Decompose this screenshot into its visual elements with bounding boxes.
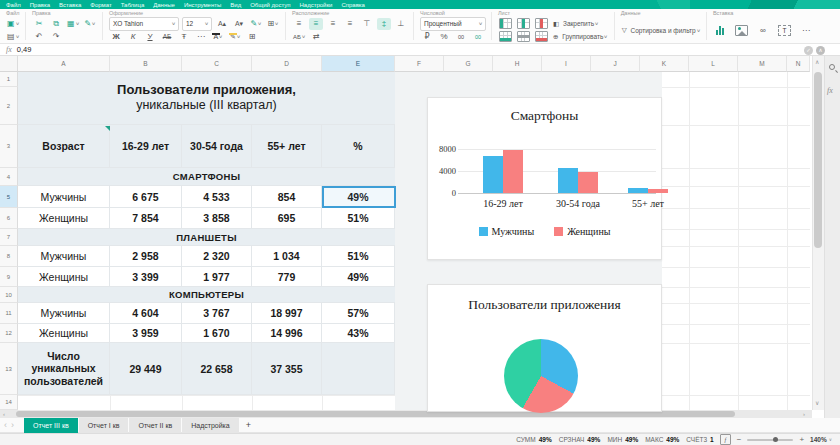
text-color-button[interactable]: А∨ xyxy=(211,31,225,43)
zoom-level[interactable]: 140%∨ xyxy=(810,436,832,443)
menu-item[interactable]: Файл xyxy=(6,2,21,8)
section-header[interactable]: КОМПЬЮТЕРЫ xyxy=(18,287,395,303)
indent-button[interactable]: ⇄ xyxy=(309,31,323,43)
data-cell[interactable]: 7 854 xyxy=(110,208,182,229)
scroll-right-icon[interactable]: › xyxy=(803,411,805,417)
scroll-down-icon[interactable]: ∨ xyxy=(815,399,819,406)
row-header-7[interactable]: 7 xyxy=(0,229,18,246)
zoom-slider-knob[interactable] xyxy=(773,437,778,442)
column-header-N[interactable]: N xyxy=(787,56,810,72)
data-cell[interactable]: 3 399 xyxy=(110,267,182,287)
borders-button[interactable]: ⊞∨ xyxy=(266,18,280,30)
data-cell[interactable]: Мужчины xyxy=(18,303,110,324)
row-header-1[interactable]: 1 xyxy=(0,72,18,87)
row-header-11[interactable]: 11 xyxy=(0,303,18,324)
sheet-tab-Отчет I кв[interactable]: Отчет I кв xyxy=(79,418,129,433)
data-cell[interactable]: 18 997 xyxy=(252,303,322,324)
column-header-H[interactable]: H xyxy=(493,56,542,72)
data-cell[interactable]: 4 604 xyxy=(110,303,182,324)
font-size-select[interactable]: 12∨ xyxy=(182,17,212,31)
decrease-decimal-button[interactable]: 00 xyxy=(454,31,468,43)
search-icon[interactable] xyxy=(829,64,835,70)
data-cell[interactable]: 4 533 xyxy=(182,186,252,208)
percent-format-button[interactable]: % xyxy=(437,31,451,43)
data-cell[interactable]: 1 034 xyxy=(252,246,322,267)
function-panel-icon[interactable]: fx xyxy=(827,86,833,95)
column-header-B[interactable]: B xyxy=(110,56,182,72)
increase-decimal-button[interactable]: 00 xyxy=(471,31,485,43)
row-header-14[interactable]: 14 xyxy=(0,395,18,410)
menu-item[interactable]: Вставка xyxy=(59,2,81,8)
insert-textbox-button[interactable]: Т xyxy=(777,24,792,36)
row-header-4[interactable]: 4 xyxy=(0,168,18,186)
sheet-tab-Отчет III кв[interactable]: Отчет III кв xyxy=(24,418,78,433)
increase-font-button[interactable]: A▴ xyxy=(215,18,229,30)
total-cell[interactable] xyxy=(322,343,395,395)
menu-item[interactable]: Вид xyxy=(230,2,241,8)
data-cell[interactable]: 1 670 xyxy=(182,324,252,343)
column-header-I[interactable]: I xyxy=(542,56,591,72)
bar-chart-object[interactable]: Смартфоны 80004000016-29 лет30-54 года55… xyxy=(427,97,662,260)
data-cell[interactable]: 3 767 xyxy=(182,303,252,324)
column-header-C[interactable]: C xyxy=(182,56,252,72)
total-cell[interactable]: 37 355 xyxy=(252,343,322,395)
underline-button[interactable]: У xyxy=(143,31,157,43)
data-cell[interactable]: Мужчины xyxy=(18,246,110,267)
zoom-slider[interactable] xyxy=(747,439,793,441)
print-button[interactable]: ▤∨ xyxy=(6,31,20,43)
menu-item[interactable]: Формат xyxy=(90,2,111,8)
data-cell[interactable]: 14 996 xyxy=(252,324,322,343)
column-header-K[interactable]: K xyxy=(640,56,689,72)
data-cell[interactable]: 2 958 xyxy=(110,246,182,267)
data-cell[interactable]: 3 858 xyxy=(182,208,252,229)
bold-button[interactable]: Ж xyxy=(109,31,123,43)
data-cell[interactable]: Женщины xyxy=(18,208,110,229)
insert-column-left-button[interactable] xyxy=(498,18,513,30)
insert-more-button[interactable]: ⋯ xyxy=(799,24,813,36)
wrap-text-button[interactable]: АБ∨ xyxy=(292,31,306,43)
sheet-tab-Отчет II кв[interactable]: Отчет II кв xyxy=(129,418,181,433)
vertical-scrollbar-thumb[interactable] xyxy=(814,72,822,248)
tab-prev-icon[interactable]: ‹ xyxy=(0,420,11,430)
group-button[interactable]: ⊕ Группировать∨ xyxy=(552,31,609,43)
pin-toolbar-button[interactable]: ∧ xyxy=(816,46,825,55)
decrease-font-button[interactable]: A▾ xyxy=(232,18,246,30)
valign-middle-button[interactable]: ‡ xyxy=(377,18,391,30)
formula-input[interactable]: 0,49 xyxy=(17,45,32,54)
column-header-M[interactable]: M xyxy=(738,56,787,72)
selected-cell-E5[interactable] xyxy=(322,186,396,208)
valign-bottom-button[interactable]: ⊥ xyxy=(394,18,408,30)
row-header-9[interactable]: 9 xyxy=(0,267,18,287)
paste-button[interactable]: ▦∨ xyxy=(66,18,80,30)
data-cell[interactable]: 695 xyxy=(252,208,322,229)
font-family-select[interactable]: XO Tahion∨ xyxy=(109,17,179,31)
data-cell[interactable]: 49% xyxy=(322,267,395,287)
menu-item[interactable]: Правка xyxy=(30,2,50,8)
data-cell[interactable]: 2 320 xyxy=(182,246,252,267)
data-cell[interactable]: 51% xyxy=(322,246,395,267)
data-cell[interactable]: Мужчины xyxy=(18,186,110,208)
format-painter-button[interactable]: ✎∨ xyxy=(83,18,97,30)
align-left-button[interactable]: ≡ xyxy=(292,18,306,30)
data-cell[interactable]: Женщины xyxy=(18,324,110,343)
collapse-toolbar-button[interactable]: ✓ xyxy=(804,46,813,55)
fill-color-button[interactable]: ✎∨ xyxy=(228,31,242,43)
row-header-6[interactable]: 6 xyxy=(0,208,18,229)
highlight-color-button[interactable]: ✎∨ xyxy=(249,18,263,30)
align-center-button[interactable]: ≡ xyxy=(309,18,323,30)
data-cell[interactable]: Женщины xyxy=(18,267,110,287)
menu-item[interactable]: Данные xyxy=(153,2,175,8)
column-header-J[interactable]: J xyxy=(591,56,640,72)
align-justify-button[interactable]: ≡ xyxy=(343,18,357,30)
data-cell[interactable]: 1 977 xyxy=(182,267,252,287)
copy-button[interactable]: ⧉ xyxy=(49,18,63,30)
cut-button[interactable]: ✂ xyxy=(32,18,46,30)
data-cell[interactable]: 6 675 xyxy=(110,186,182,208)
align-right-button[interactable]: ≡ xyxy=(326,18,340,30)
row-header-13[interactable]: 13 xyxy=(0,343,18,395)
delete-row-button[interactable] xyxy=(534,31,549,43)
scroll-left-icon[interactable]: ‹ xyxy=(3,411,5,417)
strikethrough-button[interactable]: АБ xyxy=(160,31,174,43)
zoom-out-button[interactable]: − xyxy=(737,435,742,444)
scroll-up-icon[interactable]: ∧ xyxy=(815,58,819,65)
